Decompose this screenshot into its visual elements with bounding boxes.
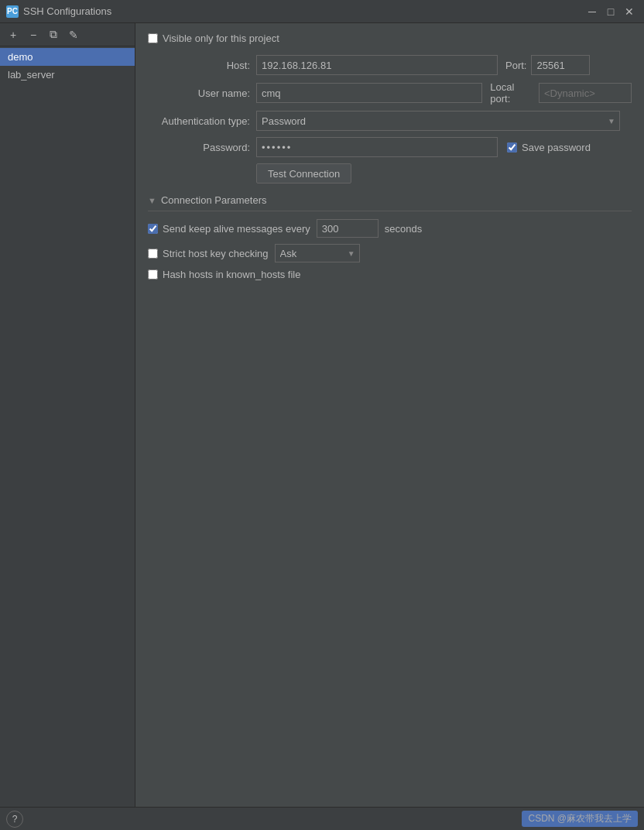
connection-params-header: ▼ Connection Parameters	[148, 194, 632, 211]
maximize-button[interactable]: □	[602, 3, 619, 20]
host-label: Host:	[148, 60, 256, 71]
test-connection-button[interactable]: Test Connection	[256, 163, 351, 183]
bottom-bar: ? CSDN @麻农带我去上学	[0, 807, 644, 830]
local-port-input[interactable]	[539, 83, 632, 103]
remove-config-button[interactable]: −	[25, 26, 42, 43]
hash-hosts-checkbox-wrapper: Hash hosts in known_hosts file	[148, 269, 300, 280]
test-connection-row: Test Connection	[256, 163, 632, 183]
connection-params-title: Connection Parameters	[161, 194, 267, 206]
auth-type-select-wrapper: Password Key pair OpenSSH config and aut…	[256, 111, 620, 131]
minimize-button[interactable]: ─	[584, 3, 601, 20]
add-config-button[interactable]: +	[5, 26, 22, 43]
help-button[interactable]: ?	[6, 811, 23, 828]
hash-hosts-row: Hash hosts in known_hosts file	[148, 269, 632, 280]
title-bar: PC SSH Configurations ─ □ ✕	[0, 0, 644, 23]
sidebar-item-demo[interactable]: demo	[0, 48, 135, 66]
collapse-arrow-icon[interactable]: ▼	[148, 196, 156, 205]
right-panel: Visible only for this project Host: Port…	[135, 23, 644, 807]
app-icon: PC	[6, 5, 19, 18]
username-label: User name:	[148, 87, 256, 99]
visible-only-checkbox[interactable]	[148, 33, 158, 43]
password-input[interactable]	[256, 137, 498, 157]
keep-alive-checkbox[interactable]	[148, 224, 158, 234]
window-controls: ─ □ ✕	[584, 3, 638, 20]
sidebar-toolbar: + − ⧉ ✎	[0, 23, 135, 46]
host-row: Host: Port:	[148, 55, 632, 75]
host-input[interactable]	[256, 55, 498, 75]
local-port-label: Local port:	[490, 81, 534, 105]
auth-type-select[interactable]: Password Key pair OpenSSH config and aut…	[256, 111, 620, 131]
visible-project-row: Visible only for this project	[148, 33, 632, 44]
watermark-label: CSDN @麻农带我去上学	[522, 811, 638, 827]
hash-hosts-checkbox[interactable]	[148, 269, 158, 280]
strict-host-select[interactable]: Ask Yes No	[275, 244, 360, 262]
close-button[interactable]: ✕	[621, 3, 638, 20]
password-label: Password:	[148, 142, 256, 153]
keep-alive-checkbox-wrapper: Send keep alive messages every	[148, 223, 310, 235]
edit-config-button[interactable]: ✎	[65, 26, 82, 43]
username-row: User name: Local port:	[148, 81, 632, 105]
save-password-row: Save password	[507, 142, 591, 153]
seconds-label: seconds	[385, 223, 422, 235]
config-list: demo lab_server	[0, 46, 135, 807]
strict-host-checkbox[interactable]	[148, 249, 158, 259]
hash-hosts-label[interactable]: Hash hosts in known_hosts file	[163, 269, 300, 280]
sidebar-item-lab-server[interactable]: lab_server	[0, 66, 135, 84]
window-title: SSH Configurations	[23, 5, 584, 17]
strict-host-label[interactable]: Strict host key checking	[163, 248, 269, 259]
strict-host-select-wrapper: Ask Yes No	[275, 244, 360, 262]
connection-params-section: ▼ Connection Parameters Send keep alive …	[148, 194, 632, 280]
auth-type-row: Authentication type: Password Key pair O…	[148, 111, 632, 131]
strict-host-row: Strict host key checking Ask Yes No	[148, 244, 632, 262]
save-password-checkbox[interactable]	[507, 142, 517, 153]
auth-type-label: Authentication type:	[148, 115, 256, 127]
username-input[interactable]	[256, 83, 482, 103]
ssh-configurations-window: PC SSH Configurations ─ □ ✕ + − ⧉ ✎ demo…	[0, 0, 644, 830]
keep-alive-row: Send keep alive messages every seconds	[148, 219, 632, 238]
password-row: Password: Save password	[148, 137, 632, 157]
keep-alive-label[interactable]: Send keep alive messages every	[163, 223, 310, 235]
sidebar: + − ⧉ ✎ demo lab_server	[0, 23, 135, 807]
port-label: Port:	[505, 60, 526, 71]
keep-alive-value-input[interactable]	[317, 219, 379, 238]
port-input[interactable]	[531, 55, 590, 75]
strict-host-checkbox-wrapper: Strict host key checking	[148, 248, 269, 259]
main-content: + − ⧉ ✎ demo lab_server Visible only for…	[0, 23, 644, 807]
visible-only-label[interactable]: Visible only for this project	[163, 33, 279, 44]
copy-config-button[interactable]: ⧉	[45, 26, 62, 43]
save-password-label[interactable]: Save password	[522, 142, 591, 153]
